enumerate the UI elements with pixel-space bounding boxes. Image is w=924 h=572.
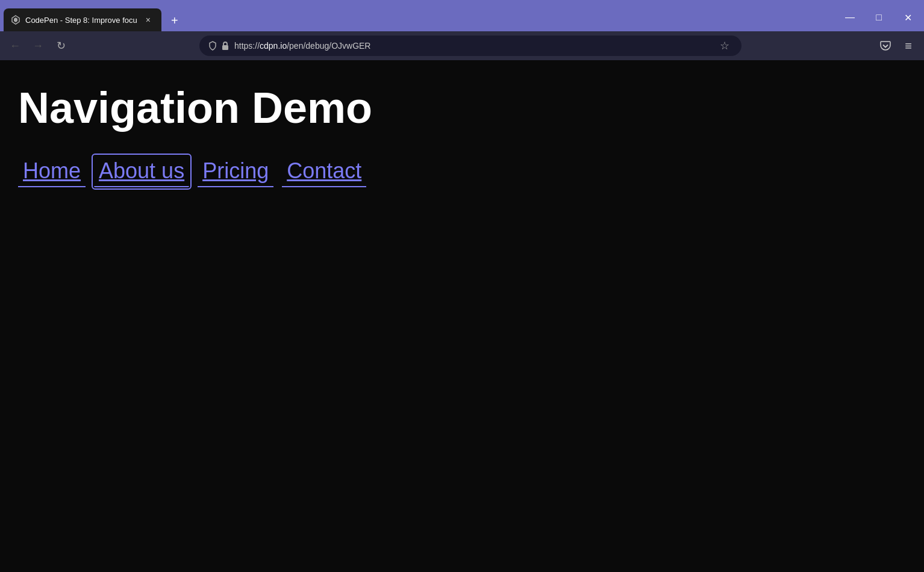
tab-title: CodePen - Step 8: Improve focu — [25, 16, 137, 25]
reload-button[interactable]: ↻ — [52, 37, 70, 55]
menu-button[interactable]: ≡ — [899, 36, 918, 55]
navigation-links: Home About us Pricing Contact — [18, 156, 906, 187]
maximize-button[interactable]: □ — [865, 8, 893, 26]
navigation-bar: ← → ↻ https://cdpn.io/pen/debug/OJvwGER … — [0, 31, 924, 60]
url-domain: cdpn.io — [260, 41, 287, 51]
page-content: Navigation Demo Home About us Pricing Co… — [0, 60, 924, 572]
nav-link-home[interactable]: Home — [18, 156, 86, 187]
bookmark-button[interactable]: ☆ — [716, 37, 733, 54]
new-tab-button[interactable]: + — [166, 12, 183, 29]
svg-rect-0 — [222, 45, 228, 50]
lock-icon — [221, 41, 229, 51]
address-bar[interactable]: https://cdpn.io/pen/debug/OJvwGER ☆ — [199, 36, 741, 56]
nav-link-pricing[interactable]: Pricing — [198, 156, 273, 187]
url-path: /pen/debug/OJvwGER — [287, 41, 370, 51]
close-button[interactable]: ✕ — [894, 8, 922, 26]
window-controls: — □ ✕ — [836, 8, 924, 31]
tab-close-button[interactable]: × — [142, 14, 154, 26]
address-url: https://cdpn.io/pen/debug/OJvwGER — [234, 41, 711, 51]
url-prefix: https:// — [234, 41, 260, 51]
browser-chrome: CodePen - Step 8: Improve focu × + — □ ✕… — [0, 0, 924, 60]
tracking-protection-icon — [208, 41, 217, 51]
tab-bar: CodePen - Step 8: Improve focu × + — □ ✕ — [0, 0, 924, 31]
nav-right-controls: ≡ — [876, 36, 918, 55]
minimize-button[interactable]: — — [836, 8, 864, 26]
pocket-button[interactable] — [876, 36, 895, 55]
pocket-icon — [879, 40, 891, 52]
nav-link-contact[interactable]: Contact — [282, 156, 366, 187]
address-security-icons — [208, 41, 229, 51]
active-tab[interactable]: CodePen - Step 8: Improve focu × — [4, 8, 161, 31]
page-title: Navigation Demo — [18, 84, 906, 132]
back-button[interactable]: ← — [6, 37, 24, 55]
nav-link-about[interactable]: About us — [94, 156, 189, 187]
forward-button[interactable]: → — [29, 37, 47, 55]
tab-favicon-icon — [11, 15, 20, 25]
